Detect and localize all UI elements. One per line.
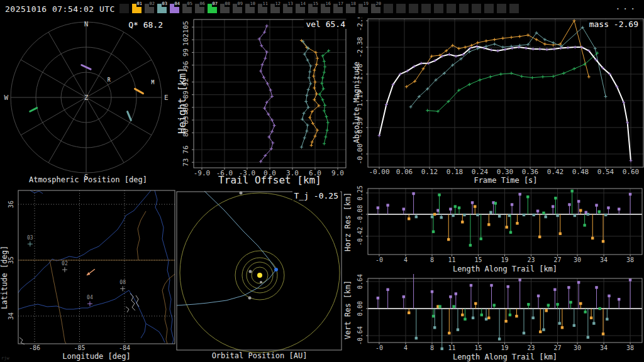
svg-text:W: W [4, 94, 8, 102]
trail-ylabel: Height [km] [176, 33, 188, 168]
svg-text:0.18: 0.18 [447, 168, 464, 176]
station-chip[interactable] [409, 4, 418, 13]
station-chip[interactable] [484, 4, 494, 13]
station-chip-03[interactable]: 03 [157, 4, 167, 13]
svg-text:0.54: 0.54 [597, 168, 614, 176]
svg-text:23: 23 [528, 344, 535, 351]
station-chip-15[interactable]: 15 [308, 4, 318, 13]
station-chip-label: 09 [237, 1, 243, 7]
timestamp: 20251016 07:54:02 UTC [5, 4, 115, 14]
magnitude-ylabel: Absolute Magnitude [352, 33, 361, 172]
vert-res-ylabel: Vert Res [km] [343, 277, 352, 343]
tisserand-value: T_j -0.25 [292, 191, 340, 200]
svg-text:0.06: 0.06 [396, 168, 413, 176]
station-chip-label: 03 [162, 1, 168, 7]
top-status-bar: 20251016 07:54:02 UTC 010203040506070809… [0, 0, 644, 18]
map-xlabel: Longitude [deg] [18, 352, 175, 361]
station-chip-06[interactable]: 06 [195, 4, 204, 13]
svg-text:0.30: 0.30 [497, 168, 514, 176]
station-chip-label: 02 [149, 1, 155, 7]
svg-text:02: 02 [62, 261, 68, 266]
svg-text:03: 03 [27, 235, 33, 241]
station-chip-label: 07 [212, 1, 218, 7]
svg-text:Z: Z [84, 94, 89, 102]
station-chip-label: 01 [136, 1, 143, 7]
magnitude-chart: -0.000.060.120.180.240.300.360.420.480.5… [352, 18, 644, 186]
station-chip-18[interactable]: 18 [346, 4, 355, 13]
svg-text:36: 36 [8, 200, 14, 208]
station-chip-04[interactable]: 04 [170, 4, 179, 13]
station-chip-label: 16 [325, 1, 331, 7]
ground-map-chart: 03020804-86-85-84363534 [0, 186, 176, 362]
station-chip-20[interactable]: 20 [371, 4, 380, 13]
horizontal-residuals-chart: -04811151923273034380.25-0.08-0.42 [343, 186, 644, 274]
svg-text:0.60: 0.60 [623, 168, 640, 176]
station-chip-13[interactable]: 13 [283, 4, 292, 13]
station-chip[interactable] [459, 4, 469, 13]
station-chip[interactable] [497, 4, 506, 13]
orbital-position-panel: T_j -0.25 Orbital Position [AU] [176, 186, 343, 362]
station-chip[interactable] [472, 4, 481, 13]
svg-text:27: 27 [554, 256, 562, 263]
station-chip-01[interactable]: 01 [132, 4, 142, 13]
mass-value: mass -2.69 [587, 19, 640, 29]
station-chip[interactable] [119, 4, 129, 13]
station-chip-12[interactable]: 12 [270, 4, 280, 13]
svg-text:04: 04 [87, 295, 93, 300]
station-chip-07[interactable]: 07 [208, 4, 217, 13]
svg-text:19: 19 [501, 344, 509, 351]
svg-text:-2.97: -2.97 [356, 18, 364, 31]
svg-text:-0: -0 [375, 256, 383, 263]
svg-text:38: 38 [626, 256, 634, 263]
svg-text:0.42: 0.42 [547, 168, 564, 176]
station-chip-08[interactable]: 08 [220, 4, 230, 13]
svg-text:M: M [152, 80, 155, 85]
svg-text:8: 8 [430, 344, 434, 351]
vertical-residuals-panel: -04811151923273034380.640.00-0.64 Vert R… [343, 274, 644, 362]
station-chip[interactable] [396, 4, 406, 13]
station-chip-11[interactable]: 11 [258, 4, 267, 13]
station-chip-14[interactable]: 14 [296, 4, 305, 13]
station-chip-16[interactable]: 16 [321, 4, 330, 13]
orbital-position-chart [176, 186, 343, 362]
station-chip-label: 08 [225, 1, 231, 7]
overflow-menu-button[interactable]: ... [616, 2, 638, 11]
station-chip[interactable] [447, 4, 456, 13]
polar-title: Atmospheric Position [deg] [0, 175, 176, 184]
atmospheric-position-panel: RMNSWEZ Q* 68.2 Atmospheric Position [de… [0, 18, 176, 186]
station-chip[interactable] [509, 4, 519, 13]
vert-res-xlabel: Length Along Trail [km] [368, 353, 642, 361]
station-chip-09[interactable]: 09 [233, 4, 242, 13]
station-chip-label: 10 [250, 1, 256, 7]
svg-text:27: 27 [554, 344, 562, 351]
horz-res-ylabel: Horz Res [km] [343, 189, 352, 255]
station-chip[interactable] [434, 4, 443, 13]
svg-text:15: 15 [474, 344, 482, 351]
svg-text:11: 11 [448, 256, 455, 263]
svg-text:-86: -86 [29, 344, 40, 351]
station-chip-label: 19 [363, 1, 369, 7]
station-chip-19[interactable]: 19 [358, 4, 368, 13]
station-list: 0102030405060708091011121314151617181920 [119, 4, 519, 13]
svg-text:19: 19 [501, 256, 509, 263]
station-chip-05[interactable]: 05 [182, 4, 192, 13]
svg-text:E: E [164, 94, 169, 102]
svg-text:08: 08 [119, 280, 126, 285]
horizontal-residuals-panel: -04811151923273034380.25-0.08-0.42 Horz … [343, 186, 644, 274]
station-chip-10[interactable]: 10 [245, 4, 255, 13]
watermark: rjw [1, 356, 9, 361]
svg-text:-0.64: -0.64 [357, 326, 364, 345]
station-chip-label: 12 [275, 1, 281, 7]
atmospheric-position-chart: RMNSWEZ [0, 18, 176, 186]
magnitude-panel: -0.000.060.120.180.240.300.360.420.480.5… [352, 18, 644, 186]
station-chip-17[interactable]: 17 [333, 4, 343, 13]
svg-text:0.48: 0.48 [572, 168, 589, 176]
station-chip[interactable] [421, 4, 431, 13]
station-chip-label: 04 [174, 1, 180, 7]
svg-text:0.24: 0.24 [472, 168, 489, 176]
map-ylabel: Latitude [deg] [0, 214, 9, 340]
station-chip[interactable] [384, 4, 393, 13]
station-chip-02[interactable]: 02 [145, 4, 154, 13]
station-chip-label: 05 [187, 1, 193, 7]
trail-xlabel: Trail Offset [km] [194, 174, 346, 186]
